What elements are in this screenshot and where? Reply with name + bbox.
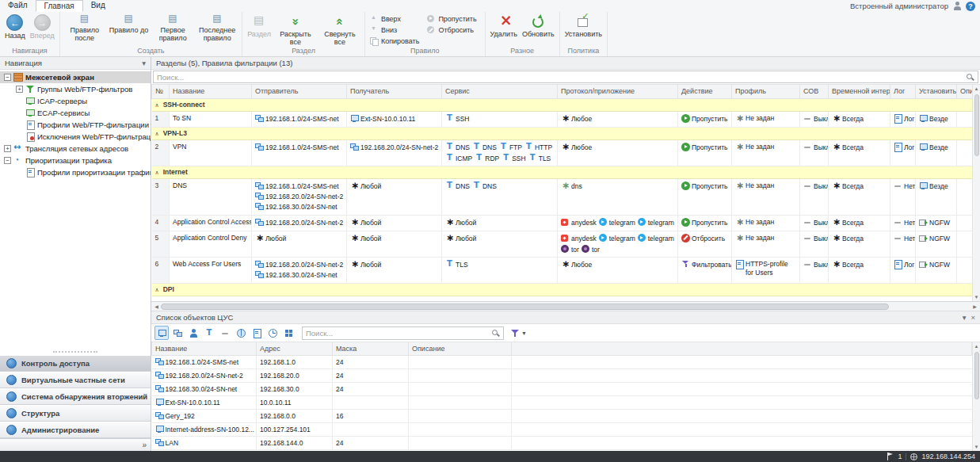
rule-row-2[interactable]: 2VPN192.168.1.0/24-SMS-net192.168.20.0/2… xyxy=(152,139,980,166)
close-panel-icon[interactable]: × xyxy=(970,313,975,322)
tree-item-профили-web-ftp-фильтрации[interactable]: Профили Web/FTP-фильтрации xyxy=(0,119,151,131)
object-row-lan[interactable]: LAN192.168.144.024 xyxy=(152,436,972,449)
menu-tab-file[interactable]: Файл xyxy=(0,0,36,12)
splitter-grip[interactable] xyxy=(0,349,151,355)
objects-column-header-3[interactable]: Описание xyxy=(409,342,512,355)
forward-button[interactable]: → Вперед xyxy=(29,13,56,40)
objects-filter-hosts-button[interactable] xyxy=(154,326,169,340)
column-header-8[interactable]: СОВ xyxy=(800,85,829,98)
rule-row-5[interactable]: 5Application Control DenyЛюбойЛюбойЛюбой… xyxy=(152,231,980,257)
back-button[interactable]: ← Назад xyxy=(3,13,27,40)
expand-all-button[interactable]: Раскрыть все xyxy=(274,13,317,47)
objects-search-input[interactable] xyxy=(306,329,488,338)
tree-item-приоритизации-трафика[interactable]: −Приоритизации трафика xyxy=(0,155,151,166)
search-icon[interactable] xyxy=(491,329,500,338)
nav-button-ids[interactable]: Система обнаружения вторжений xyxy=(0,388,151,405)
objects-filter-groups-button[interactable] xyxy=(281,326,296,340)
collapse-all-button[interactable]: Свернуть все xyxy=(318,13,361,47)
objects-column-header-0[interactable]: Название xyxy=(152,342,257,355)
collapse-section-icon[interactable]: ∧ xyxy=(155,128,159,139)
object-row-gery-192[interactable]: Gery_192192.168.0.016 xyxy=(152,409,972,422)
tree-item-исключения-web-ftp-фильтрации[interactable]: Исключения Web/FTP-фильтрации xyxy=(0,131,151,143)
rule-row-3[interactable]: 3DNS192.168.1.0/24-SMS-net192.168.20.0/2… xyxy=(152,178,980,215)
scroll-right-icon[interactable]: ▶ xyxy=(970,304,979,309)
expand-box-icon[interactable]: + xyxy=(16,86,23,93)
column-header-7[interactable]: Профиль xyxy=(732,85,800,98)
nav-button-access-control[interactable]: Контроль доступа xyxy=(0,355,151,372)
collapse-sidebar-icon[interactable]: ▾ xyxy=(142,59,146,67)
rule-row-4[interactable]: 4Application Control Access192.168.20.0/… xyxy=(152,215,980,231)
rule-row-6[interactable]: 6Web Access For Users192.168.20.0/24-SN-… xyxy=(152,257,980,283)
objects-filter-countries-button[interactable] xyxy=(234,326,248,340)
move-down-button[interactable]: Вниз xyxy=(368,25,421,35)
help-icon[interactable]: ? xyxy=(966,2,975,11)
collapse-section-icon[interactable]: ∧ xyxy=(155,284,159,295)
objects-column-header-2[interactable]: Маска xyxy=(333,342,409,355)
column-header-2[interactable]: Отправитель xyxy=(252,85,347,98)
objects-filter-button[interactable]: ▼ xyxy=(510,329,527,338)
nav-button-vpn[interactable]: Виртуальные частные сети xyxy=(0,372,151,388)
add-rule-after-button[interactable]: Правило после xyxy=(63,13,106,43)
rules-search-input[interactable] xyxy=(157,73,963,82)
collapse-panel-icon[interactable]: ▾ xyxy=(963,313,967,322)
scrollbar-thumb[interactable] xyxy=(974,352,979,399)
user-icon[interactable] xyxy=(952,2,962,11)
objects-vertical-scrollbar[interactable]: ▲ ▼ xyxy=(972,342,980,451)
column-header-4[interactable]: Сервис xyxy=(442,85,558,98)
tree-item-межсетевой-экран[interactable]: −Межсетевой экран xyxy=(0,71,151,83)
set-drop-action-button[interactable]: Отбросить xyxy=(425,25,478,35)
delete-button[interactable]: Удалить xyxy=(489,13,519,39)
scroll-down-icon[interactable]: ▼ xyxy=(974,293,979,301)
rules-search-box[interactable] xyxy=(153,71,978,83)
tree-item-icap-серверы[interactable]: ICAP-серверы xyxy=(0,95,151,107)
collapse-box-icon[interactable]: − xyxy=(4,74,11,81)
scrollbar-thumb[interactable] xyxy=(161,304,889,310)
objects-filter-intervals-button[interactable] xyxy=(265,326,280,340)
column-header-11[interactable]: Установить xyxy=(916,85,957,98)
object-row-192-168-20-0-24-sn-net-2[interactable]: 192.168.20.0/24-SN-net-2192.168.20.024 xyxy=(152,368,972,382)
copy-rule-button[interactable]: Копировать xyxy=(368,36,421,46)
section-row-dpi[interactable]: ∧DPI xyxy=(152,283,980,296)
tree-item-ecap-сервисы[interactable]: ECAP-сервисы xyxy=(0,107,151,119)
tree-item-группы-web-ftp-фильтров[interactable]: +Группы Web/FTP-фильтров xyxy=(0,83,151,95)
add-rule-before-button[interactable]: Правило до xyxy=(108,13,150,35)
section-row-ssh-connect[interactable]: ∧SSH-connect xyxy=(152,98,980,111)
scroll-up-icon[interactable]: ▲ xyxy=(974,85,979,93)
objects-search-box[interactable] xyxy=(302,326,504,340)
rule-row-1[interactable]: 1To SN192.168.1.0/24-SMS-netExt-SN-10.0.… xyxy=(152,111,980,127)
collapse-section-icon[interactable]: ∧ xyxy=(155,167,159,178)
menu-tab-home[interactable]: Главная xyxy=(36,0,83,12)
refresh-button[interactable]: Обновить xyxy=(521,13,556,39)
set-allow-action-button[interactable]: Пропустить xyxy=(425,13,478,24)
scroll-left-icon[interactable]: ◀ xyxy=(152,304,161,309)
nav-button-structure[interactable]: Структура xyxy=(0,405,151,422)
objects-filter-lists-button[interactable] xyxy=(250,326,264,340)
column-header-6[interactable]: Действие xyxy=(678,85,732,98)
install-policy-button[interactable]: Установить xyxy=(563,13,604,39)
object-row-192-168-30-0-24-sn-net[interactable]: 192.168.30.0/24-SN-net192.168.30.024 xyxy=(152,382,972,395)
section-row-internet[interactable]: ∧Internet xyxy=(152,166,980,178)
column-header-1[interactable]: Название xyxy=(170,85,252,98)
objects-filter-services-button[interactable] xyxy=(202,326,216,340)
collapse-box-icon[interactable]: − xyxy=(4,157,11,164)
add-last-rule-button[interactable]: Последнее правило xyxy=(196,13,238,43)
rules-vertical-scrollbar[interactable]: ▲ ▼ xyxy=(972,85,980,301)
move-up-button[interactable]: Вверх xyxy=(368,13,421,24)
objects-filter-networks-button[interactable] xyxy=(170,326,185,340)
scrollbar-thumb[interactable] xyxy=(974,94,979,156)
nav-button-administration[interactable]: Администрирование xyxy=(0,422,151,438)
column-header-9[interactable]: Временной интервал xyxy=(829,85,890,98)
object-row-192-168-1-0-24-sms-net[interactable]: 192.168.1.0/24-SMS-net192.168.1.024 xyxy=(152,355,972,368)
column-header-5[interactable]: Протокол/приложение xyxy=(558,85,678,98)
more-buttons-icon[interactable]: » xyxy=(142,441,147,449)
objects-filter-ranges-button[interactable] xyxy=(218,326,232,340)
section-row-vpn-l3[interactable]: ∧VPN-L3 xyxy=(152,127,980,139)
notifications-flag-icon[interactable] xyxy=(887,452,894,460)
expand-box-icon[interactable]: + xyxy=(4,145,11,152)
scroll-down-icon[interactable]: ▼ xyxy=(974,443,979,451)
column-header-3[interactable]: Получатель xyxy=(347,85,442,98)
add-first-rule-button[interactable]: Первое правило xyxy=(151,13,194,43)
menu-tab-view[interactable]: Вид xyxy=(83,0,113,12)
object-row-internet-address-sn-100-12[interactable]: Internet-address-SN-100.12...100.127.254… xyxy=(152,422,972,436)
collapse-section-icon[interactable]: ∧ xyxy=(155,100,159,110)
